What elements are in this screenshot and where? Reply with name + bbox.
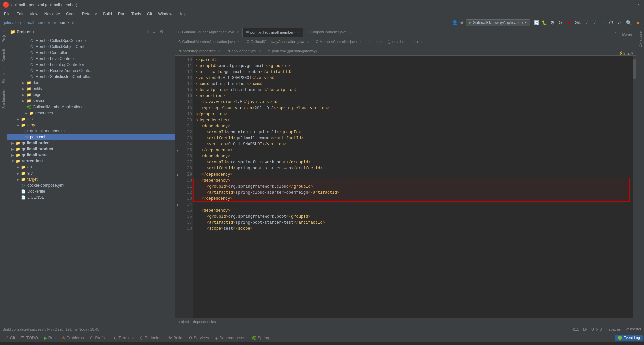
- indent[interactable]: 4 spaces: [606, 327, 621, 331]
- git-revert-icon[interactable]: ↩: [616, 19, 623, 26]
- tab-gateway-app[interactable]: C GulimallGatewayApplication.java ×: [243, 37, 312, 46]
- tree-item-gulimall-ware[interactable]: ▶ 📁 gulimall-ware: [7, 152, 175, 158]
- menu-item-git[interactable]: Git: [144, 11, 155, 17]
- tree-item-renren-fast[interactable]: ▼ 📁 renren-fast: [7, 158, 175, 164]
- tab-pom-common[interactable]: m pom.xml (gulimall-common) ×: [365, 37, 426, 46]
- tab-close-icon[interactable]: ×: [259, 49, 261, 53]
- tree-item-gulimall-member-iml[interactable]: ⬡ gulimall-member.iml: [7, 128, 175, 134]
- tab-bootstrap[interactable]: ⚙ bootstrap.properties ×: [175, 47, 224, 55]
- user-icon[interactable]: 👤: [452, 20, 458, 25]
- bt-endpoints[interactable]: ⬡ Endpoints: [137, 334, 165, 342]
- bookmarks-panel-label[interactable]: Bookmarks: [1, 87, 6, 112]
- panel-icon-3[interactable]: ⚙: [159, 29, 165, 35]
- tree-item-target-renren[interactable]: ▶ 📁 target: [7, 176, 175, 182]
- menu-item-view[interactable]: View: [27, 11, 41, 17]
- panel-icon-1[interactable]: ⊕: [144, 29, 150, 35]
- project-panel-label[interactable]: Project: [1, 27, 6, 46]
- git-push-icon[interactable]: ↑: [600, 19, 606, 26]
- tree-item-dockerfile[interactable]: 📄 Dockerfile: [7, 188, 175, 194]
- tree-item-license[interactable]: 📄 LICENSE: [7, 194, 175, 200]
- bt-todo[interactable]: ☰ TODO: [18, 334, 40, 342]
- git-branch[interactable]: ⎇ master: [625, 327, 641, 331]
- tab-close-icon[interactable]: ×: [237, 30, 239, 34]
- tab-close-icon[interactable]: ×: [307, 40, 309, 44]
- menu-item-tools[interactable]: Tools: [129, 11, 144, 17]
- bt-build[interactable]: ⚒ Build: [166, 334, 185, 342]
- breadcrumb-gulimall[interactable]: gulimall: [3, 20, 16, 25]
- menu-item-edit[interactable]: Edit: [14, 11, 26, 17]
- tab-close-icon[interactable]: ×: [320, 49, 322, 53]
- path-item-project[interactable]: project: [178, 320, 189, 324]
- git-check-icon[interactable]: ✓: [584, 19, 590, 26]
- bt-problems[interactable]: ⚠ Problems: [59, 334, 87, 342]
- settings-icon[interactable]: ⚙: [549, 19, 556, 26]
- code-editor[interactable]: </parent> <groupId>com.atguigu.gulimall<…: [193, 56, 633, 318]
- encoding[interactable]: UTF-8: [591, 327, 602, 331]
- run-config-selector[interactable]: ▶ GulimallGatewayApplication ▼: [466, 19, 530, 26]
- tab-close-icon[interactable]: ×: [298, 30, 300, 34]
- line-sep[interactable]: LF: [583, 327, 587, 331]
- tree-item-docker-compose[interactable]: ⬡ docker-compose.yml: [7, 182, 175, 188]
- sync-icon[interactable]: ↻: [557, 19, 564, 26]
- nav-back-icon[interactable]: ◀: [460, 20, 463, 25]
- bug-icon[interactable]: 🐛: [541, 19, 548, 26]
- tab-close-icon[interactable]: ×: [359, 40, 361, 44]
- close-button[interactable]: ×: [636, 2, 641, 8]
- tree-item-entity[interactable]: ▶ 📁 entity: [7, 86, 175, 92]
- tab-coupon-controller[interactable]: C CouponController.java ×: [303, 28, 355, 37]
- tab-application-yml[interactable]: ⚙ application.yml ×: [224, 47, 265, 55]
- tree-item-pom-xml-member[interactable]: m pom.xml: [7, 134, 175, 140]
- bt-terminal[interactable]: ⊡ Terminal: [111, 334, 137, 342]
- stop-icon[interactable]: ■: [565, 19, 572, 26]
- tree-item-member-level[interactable]: C MemberLevelController: [7, 56, 175, 62]
- bt-git[interactable]: ⎇ Git: [1, 334, 18, 342]
- menu-item-navigate[interactable]: Navigate: [42, 11, 63, 17]
- tab-member-controller[interactable]: C MemberController.java ×: [312, 37, 365, 46]
- tab-coupon-app[interactable]: C GulimallCouponApplication.java ×: [175, 28, 243, 37]
- scrollbar[interactable]: [633, 56, 636, 318]
- breadcrumb-gulimall-member[interactable]: gulimall-member: [20, 20, 50, 25]
- menu-item-help[interactable]: Help: [176, 11, 190, 17]
- tree-item-gulimall-product[interactable]: ▶ 📁 gulimall-product: [7, 146, 175, 152]
- maven-label[interactable]: Maven: [619, 32, 636, 37]
- refresh-icon[interactable]: 🔄: [533, 19, 540, 26]
- tab-member-app[interactable]: C GulimallMemberApplication.java ×: [175, 37, 243, 46]
- tab-close-icon[interactable]: ×: [237, 40, 239, 44]
- menu-item-refactor[interactable]: Refactor: [79, 11, 100, 17]
- nav-up-icon[interactable]: ▲: [627, 51, 630, 55]
- menu-item-code[interactable]: Code: [63, 11, 78, 17]
- bt-run[interactable]: ▶ Run: [41, 334, 58, 342]
- tree-item-src[interactable]: ▶ 📁 src: [7, 170, 175, 176]
- tree-item-db[interactable]: ▶ 📁 db: [7, 164, 175, 170]
- nav-down-icon[interactable]: ▼: [630, 51, 634, 55]
- bt-spring[interactable]: 🌿 Spring: [249, 334, 272, 342]
- path-item-dependencies[interactable]: dependencies: [193, 320, 216, 324]
- bt-dependencies[interactable]: ◈ Dependencies: [212, 334, 248, 342]
- tab-pom-member[interactable]: m pom.xml (gulimall-member) ×: [243, 28, 303, 37]
- tree-item-member-collect-spu[interactable]: C MemberCollectSpuController: [7, 38, 175, 44]
- tree-item-member-controller[interactable]: C MemberController: [7, 50, 175, 56]
- tree-item-member-login[interactable]: C MemberLoginLogController: [7, 62, 175, 68]
- tree-item-resources[interactable]: ▶ 📁 resources: [7, 110, 175, 116]
- search-icon[interactable]: 🔍: [625, 19, 632, 26]
- commit-panel-label[interactable]: Commit: [1, 46, 6, 65]
- tab-close-icon[interactable]: ×: [350, 30, 352, 34]
- bt-profiler[interactable]: ⏱ Profiler: [87, 334, 111, 342]
- database-label[interactable]: Database: [638, 29, 642, 50]
- bt-services[interactable]: ⚙ Services: [186, 334, 212, 342]
- menu-item-build[interactable]: Build: [100, 11, 115, 17]
- tab-close-icon[interactable]: ×: [421, 40, 423, 44]
- tab-pom-gateway[interactable]: m pom.xml (gulimall-gateway) ×: [264, 47, 325, 55]
- menu-item-file[interactable]: File: [1, 11, 13, 17]
- tree-item-gulimall-member-app[interactable]: 🌿 GulimallMemberApplication: [7, 104, 175, 110]
- tree-item-gulimall-order[interactable]: ▶ 📁 gulimall-order: [7, 140, 175, 146]
- tree-item-member-statistics[interactable]: C MemberStatisticsInfoControlle...: [7, 74, 175, 80]
- menu-item-run[interactable]: Run: [115, 11, 128, 17]
- menu-item-window[interactable]: Window: [155, 11, 175, 17]
- tab-close-icon[interactable]: ×: [218, 49, 220, 53]
- event-log-button[interactable]: 🟢 Event Log: [615, 335, 643, 341]
- tree-item-feign[interactable]: ▶ 📁 feign: [7, 92, 175, 98]
- git-check2-icon[interactable]: ✓: [592, 19, 598, 26]
- structure-panel-label[interactable]: Structure: [1, 65, 6, 87]
- tree-item-service[interactable]: ▶ 📁 service: [7, 98, 175, 104]
